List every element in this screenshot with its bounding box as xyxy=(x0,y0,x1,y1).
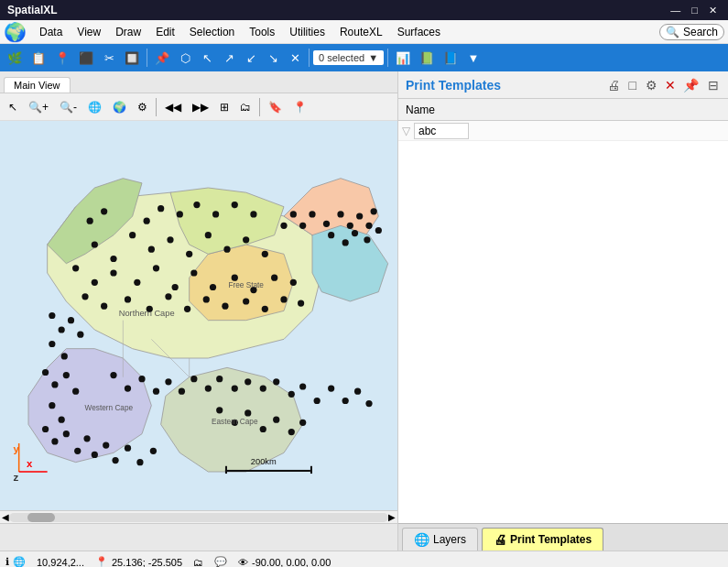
toolbar-btn-2[interactable]: 📋 xyxy=(27,47,49,69)
search-icon: 🔍 xyxy=(666,26,679,38)
pt-column-header: Name xyxy=(398,99,728,121)
scroll-left-btn[interactable]: ◀ xyxy=(2,512,9,522)
panel-close-button[interactable]: ✕ xyxy=(665,78,676,93)
svg-point-52 xyxy=(375,227,382,234)
layer-tool[interactable]: 🗂 xyxy=(235,97,255,117)
toolbar-btn-15[interactable]: 📗 xyxy=(416,47,438,69)
filter-input[interactable]: abc xyxy=(414,123,469,139)
layers-tab[interactable]: 🌐 Layers xyxy=(402,528,478,551)
panel-print-icon[interactable]: 🖨 xyxy=(605,76,622,94)
scroll-right-btn[interactable]: ▶ xyxy=(388,512,396,522)
svg-point-78 xyxy=(138,376,145,382)
svg-point-63 xyxy=(49,402,55,409)
toolbar-btn-13[interactable]: ✕ xyxy=(285,47,305,69)
map-tab-bar: Main View xyxy=(0,71,397,93)
toolbar-btn-10[interactable]: ↗ xyxy=(219,47,239,69)
globe2-tool[interactable]: 🌍 xyxy=(108,97,131,117)
svg-point-86 xyxy=(244,378,251,385)
svg-point-5 xyxy=(110,256,116,262)
menu-surfaces[interactable]: Surfaces xyxy=(390,24,448,40)
panel-detach-icon[interactable]: ⊟ xyxy=(706,76,721,94)
svg-point-36 xyxy=(280,296,287,302)
next-tool[interactable]: ▶▶ xyxy=(188,97,213,117)
menu-draw[interactable]: Draw xyxy=(108,24,148,40)
menu-data[interactable]: Data xyxy=(32,24,70,40)
svg-point-94 xyxy=(354,388,361,395)
toolbar-btn-5[interactable]: ✂ xyxy=(99,47,119,69)
svg-point-88 xyxy=(273,378,279,385)
status-info-icon: ℹ xyxy=(5,556,9,567)
status-camera-value: -90.00, 0.00, 0.00 xyxy=(252,557,331,568)
svg-point-10 xyxy=(205,232,212,238)
minimize-button[interactable]: — xyxy=(667,5,684,16)
svg-point-101 xyxy=(288,429,295,435)
panel-settings-icon[interactable]: ⚙ xyxy=(644,76,659,94)
menu-edit[interactable]: Edit xyxy=(148,24,182,40)
scrollbar-track[interactable] xyxy=(9,513,388,522)
panel-pin-icon[interactable]: 📌 xyxy=(681,76,701,94)
toolbar-btn-16[interactable]: 📘 xyxy=(440,47,462,69)
toolbar-btn-7[interactable]: 📌 xyxy=(151,47,173,69)
svg-point-103 xyxy=(144,218,150,224)
toolbar-btn-dropdown[interactable]: ▼ xyxy=(463,47,484,69)
map-scrollbar-h[interactable]: ◀ ▶ xyxy=(0,510,397,523)
svg-point-57 xyxy=(49,341,55,347)
search-box[interactable]: 🔍 Search xyxy=(659,24,724,40)
print-templates-tab-label: Print Templates xyxy=(510,533,592,546)
svg-point-18 xyxy=(153,265,159,271)
panel-header: Print Templates 🖨 □ ⚙ ✕ 📌 ⊟ xyxy=(398,71,728,99)
menu-tools[interactable]: Tools xyxy=(242,24,282,40)
toolbar-btn-1[interactable]: 🌿 xyxy=(4,47,26,69)
svg-point-110 xyxy=(87,218,93,224)
main-view-tab[interactable]: Main View xyxy=(4,77,71,93)
svg-point-42 xyxy=(323,221,330,227)
svg-point-17 xyxy=(134,279,140,286)
svg-point-6 xyxy=(129,232,136,238)
toolbar-btn-14[interactable]: 📊 xyxy=(392,47,414,69)
status-layers: 🗂 xyxy=(193,557,203,568)
menu-utilities[interactable]: Utilities xyxy=(282,24,332,40)
toolbar-btn-12[interactable]: ↘ xyxy=(263,47,283,69)
bookmark-tool[interactable]: 🔖 xyxy=(264,97,287,117)
gear-tool[interactable]: ⚙ xyxy=(133,97,152,117)
print-templates-tab[interactable]: 🖨 Print Templates xyxy=(482,528,603,551)
svg-point-100 xyxy=(273,417,279,423)
svg-rect-113 xyxy=(225,466,227,474)
prev-tool[interactable]: ◀◀ xyxy=(160,97,186,117)
map-display[interactable]: Northern Cape Western Cape Eastern Cape … xyxy=(0,121,397,510)
toolbar-btn-3[interactable]: 📍 xyxy=(51,47,73,69)
toolbar-btn-11[interactable]: ↙ xyxy=(241,47,261,69)
svg-point-80 xyxy=(165,378,171,385)
scrollbar-thumb[interactable] xyxy=(27,513,55,522)
toolbar-btn-6[interactable]: 🔲 xyxy=(121,47,143,69)
globe-tool[interactable]: 🌐 xyxy=(83,97,106,117)
menu-routexl[interactable]: RouteXL xyxy=(332,24,390,40)
grid-tool[interactable]: ⊞ xyxy=(215,97,234,117)
app-logo-icon: 🌍 xyxy=(4,21,27,43)
select-tool[interactable]: ↖ xyxy=(4,97,22,117)
svg-point-79 xyxy=(153,388,159,395)
selected-count: 0 selected ▼ xyxy=(313,50,384,65)
svg-point-32 xyxy=(203,296,210,302)
toolbar-btn-4[interactable]: ⬛ xyxy=(75,47,97,69)
status-lonlat-value: 25.136; -25.505 xyxy=(112,557,182,568)
svg-point-87 xyxy=(260,385,266,391)
svg-point-11 xyxy=(223,246,230,253)
status-globe-icon: 🌐 xyxy=(13,556,26,567)
svg-point-12 xyxy=(243,236,249,243)
panel-expand-icon[interactable]: □ xyxy=(627,76,638,94)
zoom-in-tool[interactable]: 🔍+ xyxy=(24,97,53,117)
close-button[interactable]: ✕ xyxy=(705,5,721,16)
pin-tool[interactable]: 📍 xyxy=(288,97,311,117)
status-icon-area: ℹ 🌐 xyxy=(5,556,26,567)
menu-selection[interactable]: Selection xyxy=(182,24,242,40)
maximize-button[interactable]: □ xyxy=(688,5,701,16)
zoom-out-tool[interactable]: 🔍- xyxy=(55,97,81,117)
map-sep-1 xyxy=(156,98,157,116)
toolbar-btn-8[interactable]: ⬡ xyxy=(175,47,195,69)
menu-view[interactable]: View xyxy=(70,24,108,40)
svg-point-99 xyxy=(260,426,266,432)
svg-point-28 xyxy=(125,296,131,302)
svg-point-70 xyxy=(92,452,98,458)
toolbar-btn-9[interactable]: ↖ xyxy=(197,47,217,69)
